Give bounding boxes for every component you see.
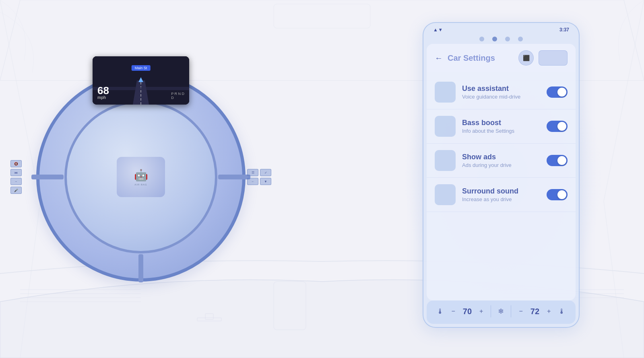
temp-right-plus[interactable]: +: [546, 308, 551, 315]
bass-boost-toggle-knob: [557, 122, 566, 131]
setting-item-surround-sound: Surround sound Increase as you drive: [427, 178, 576, 212]
steering-wheel-outer: 24.3 mi 77% Main St: [36, 72, 246, 282]
climate-divider: [491, 305, 491, 317]
status-bar: ▲ ▾ 3:37: [423, 23, 579, 34]
bass-boost-desc: Info about the Settings: [462, 128, 540, 134]
spoke-bottom: [138, 254, 143, 282]
check-btn[interactable]: ✓: [260, 169, 271, 176]
stop-icon: ⬛: [523, 55, 530, 61]
heat-left-icon: 🌡: [437, 307, 444, 316]
climate-divider-2: [511, 305, 511, 317]
heat-right-icon: 🌡: [558, 307, 566, 316]
surround-sound-desc: Increase as you drive: [462, 196, 540, 202]
temp-left-plus[interactable]: +: [479, 308, 484, 315]
phone-panel: ▲ ▾ 3:37 ← Car Settings ⬛: [423, 22, 580, 328]
bass-boost-label: Bass boost: [462, 119, 540, 127]
show-ads-toggle[interactable]: [547, 155, 568, 166]
use-assistant-desc: Voice guidance mid-drive: [462, 94, 540, 100]
steering-hub: 🤖 AIR BAG: [117, 157, 165, 197]
stop-button[interactable]: ⬛: [518, 50, 534, 66]
wifi-icon: ▾: [439, 27, 442, 33]
status-time: 3:37: [559, 27, 569, 33]
nav-btn[interactable]: ▼: [260, 178, 271, 185]
temp-left-value: 70: [463, 307, 472, 316]
steering-wheel-area: 24.3 mi 77% Main St: [24, 32, 258, 322]
show-ads-toggle-knob: [557, 156, 566, 165]
dot-2: [492, 37, 497, 41]
vol-down-btn[interactable]: −: [10, 178, 22, 185]
use-assistant-toggle[interactable]: [547, 86, 568, 98]
bass-boost-text: Bass boost Info about the Settings: [462, 119, 540, 134]
header-action-button[interactable]: [539, 50, 568, 66]
dot-1: [479, 37, 484, 41]
show-ads-label: Show ads: [462, 153, 540, 161]
back-nav-btn[interactable]: ←: [247, 178, 258, 185]
back-button[interactable]: ←: [435, 53, 443, 63]
controls-right: ☰ ✓ ← ▼: [247, 169, 271, 185]
signal-icon: ▲: [433, 27, 438, 33]
prev-btn[interactable]: ⏮: [10, 169, 22, 176]
use-assistant-label: Use assistant: [462, 84, 540, 93]
steering-wheel-inner: 🔇 ⏮ − 🎤 ☰ ✓ ← ▼ 🤖 AIR BAG: [64, 101, 217, 253]
svg-rect-10: [274, 4, 370, 28]
steering-display: 24.3 mi 77% Main St: [93, 56, 189, 105]
settings-header: ← Car Settings ⬛: [427, 44, 576, 72]
surround-sound-toggle[interactable]: [547, 189, 568, 200]
surround-sound-label: Surround sound: [462, 187, 540, 195]
climate-bar: 🌡 − 70 + ❄ − 72 + 🌡: [427, 300, 576, 324]
settings-content: ← Car Settings ⬛ Use assistant Voice gui…: [427, 44, 576, 300]
dot-3: [505, 37, 510, 41]
spoke-right: [218, 175, 250, 179]
bass-boost-icon: [435, 116, 456, 137]
mic-btn[interactable]: 🎤: [10, 187, 22, 194]
background: 24.3 mi 77% Main St: [0, 0, 644, 358]
temp-left-minus[interactable]: −: [451, 308, 456, 315]
surround-sound-icon: [435, 184, 456, 205]
show-ads-desc: Ads during your drive: [462, 162, 540, 168]
spoke-left: [31, 175, 64, 179]
setting-item-bass-boost: Bass boost Info about the Settings: [427, 109, 576, 144]
screen-street-label: Main St: [132, 65, 151, 71]
use-assistant-icon: [435, 82, 456, 103]
menu-btn[interactable]: ☰: [247, 169, 258, 176]
show-ads-icon: [435, 150, 456, 171]
temp-right-minus[interactable]: −: [518, 308, 523, 315]
mute-btn[interactable]: 🔇: [10, 160, 22, 167]
setting-item-use-assistant: Use assistant Voice guidance mid-drive: [427, 75, 576, 109]
temp-right-value: 72: [530, 307, 539, 316]
surround-sound-toggle-knob: [557, 190, 566, 199]
dots-bar: [423, 34, 579, 44]
use-assistant-toggle-knob: [557, 88, 566, 97]
fan-icon: ❄: [498, 307, 504, 316]
use-assistant-text: Use assistant Voice guidance mid-drive: [462, 84, 540, 100]
airbag-label: AIR BAG: [134, 183, 147, 186]
settings-list: Use assistant Voice guidance mid-drive B…: [427, 72, 576, 300]
show-ads-text: Show ads Ads during your drive: [462, 153, 540, 168]
setting-item-show-ads: Show ads Ads during your drive: [427, 144, 576, 178]
screen-gear: P R N DD: [171, 92, 184, 100]
status-left: ▲ ▾: [433, 27, 442, 33]
page-title: Car Settings: [448, 53, 514, 63]
dot-4: [518, 37, 523, 41]
bass-boost-toggle[interactable]: [547, 121, 568, 132]
android-logo: 🤖: [134, 169, 148, 182]
surround-sound-text: Surround sound Increase as you drive: [462, 187, 540, 202]
screen-speed: 68 mph: [97, 85, 109, 100]
controls-left: 🔇 ⏮ − 🎤: [10, 160, 22, 194]
